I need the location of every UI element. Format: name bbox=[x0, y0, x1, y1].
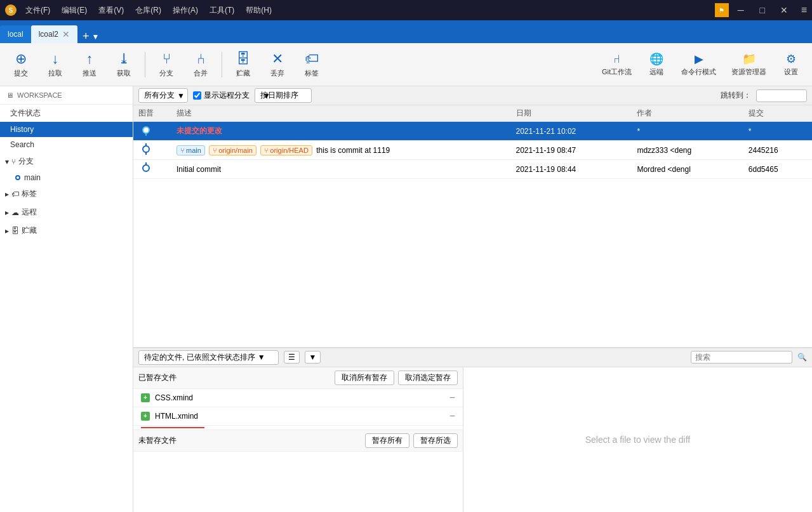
toolbar-pull[interactable]: ↓ 拉取 bbox=[39, 48, 71, 81]
origin-head-icon: ⑂ bbox=[264, 147, 269, 154]
tab-close-icon[interactable]: ✕ bbox=[62, 29, 70, 39]
sidebar-stash-section[interactable]: ▸ 🗄 贮藏 bbox=[0, 221, 133, 240]
toolbar-discard[interactable]: ✕ 丢弃 bbox=[262, 48, 293, 81]
toolbar-fetch[interactable]: ⤓ 获取 bbox=[108, 48, 140, 81]
toolbar-explorer[interactable]: 📁 资源管理器 bbox=[725, 49, 773, 79]
svg-point-0 bbox=[143, 127, 149, 133]
menu-tools[interactable]: 工具(T) bbox=[204, 4, 239, 17]
toolbar-commit[interactable]: ⊕ 提交 bbox=[5, 48, 37, 81]
tags-label: 标签 bbox=[22, 188, 37, 199]
table-row[interactable]: 未提交的更改 2021-11-21 10:02 * * bbox=[133, 122, 812, 141]
graph-cell bbox=[133, 122, 171, 141]
titlebar: S 文件(F) 编辑(E) 查看(V) 仓库(R) 操作(A) 工具(T) 帮助… bbox=[0, 0, 812, 20]
show-remote-label: 显示远程分支 bbox=[204, 90, 250, 101]
table-row[interactable]: ⑂ main ⑂ origin/main ⑂ origin/HEAD bbox=[133, 141, 812, 160]
sidebar-tags-section[interactable]: ▸ 🏷 标签 bbox=[0, 185, 133, 203]
branch-badge-origin-head: ⑂ origin/HEAD bbox=[260, 145, 312, 155]
search-icon: 🔍 bbox=[797, 353, 807, 362]
sidebar-item-filestatus[interactable]: 文件状态 bbox=[0, 105, 133, 122]
commit-desc-cell: Initial commit bbox=[171, 160, 511, 179]
stash-section-label: 贮藏 bbox=[22, 225, 37, 236]
pull-icon: ↓ bbox=[52, 51, 59, 67]
hamburger-icon[interactable]: ≡ bbox=[801, 4, 807, 16]
commit-label: 提交 bbox=[14, 69, 28, 78]
push-label: 推送 bbox=[83, 69, 97, 78]
menu-repo[interactable]: 仓库(R) bbox=[130, 4, 166, 17]
toolbar-terminal[interactable]: ▶ 命令行模式 bbox=[675, 49, 722, 79]
unstage-file-button[interactable]: − bbox=[449, 392, 455, 404]
goto-label: 跳转到： bbox=[721, 90, 751, 101]
table-row[interactable]: Initial commit 2021-11-19 08:44 Mordred … bbox=[133, 160, 812, 179]
chevron-right-icon: ▸ bbox=[5, 190, 9, 199]
tab-lcoal2[interactable]: lcoal2 ✕ bbox=[31, 25, 77, 43]
toolbar-merge[interactable]: ⑃ 合并 bbox=[185, 48, 216, 81]
main-branch-label: main bbox=[24, 173, 41, 182]
staged-file-row[interactable]: + CSS.xmind − bbox=[133, 389, 463, 407]
tab-local[interactable]: local bbox=[0, 25, 31, 43]
table-header-row: 图普 描述 日期 作者 提交 bbox=[133, 105, 812, 122]
uncommitted-label: 未提交的更改 bbox=[176, 126, 222, 135]
menu-file[interactable]: 文件(F) bbox=[20, 4, 55, 17]
menu-edit[interactable]: 编辑(E) bbox=[57, 4, 92, 17]
merge-label: 合并 bbox=[194, 69, 208, 78]
stash-label: 贮藏 bbox=[236, 69, 250, 78]
stash-view-btn[interactable]: ☰ bbox=[284, 351, 300, 364]
flag-icon: ⚑ bbox=[715, 3, 729, 17]
toolbar-branch[interactable]: ⑂ 分支 bbox=[150, 48, 182, 81]
stash-section-icon: 🗄 bbox=[11, 226, 19, 235]
show-remote-checkbox[interactable] bbox=[193, 91, 201, 100]
file-add-icon: + bbox=[141, 393, 150, 402]
branch-filter-dropdown[interactable]: 所有分支 ▼ bbox=[138, 88, 188, 103]
sidebar-remote-section[interactable]: ▸ ☁ 远程 bbox=[0, 203, 133, 221]
sidebar-branches-section[interactable]: ▾ ⑂ 分支 bbox=[0, 152, 133, 171]
unstash-all-button[interactable]: 取消所有暂存 bbox=[335, 371, 394, 385]
toolbar-remote[interactable]: 🌐 远端 bbox=[641, 49, 672, 79]
terminal-icon: ▶ bbox=[695, 52, 703, 66]
history-toolbar: 所有分支 ▼ 显示远程分支 按日期排序 ▼ 跳转到： bbox=[133, 86, 812, 105]
minimize-button[interactable]: ─ bbox=[731, 4, 750, 16]
sidebar-item-search[interactable]: Search bbox=[0, 137, 133, 152]
branch-badge-main: ⑂ main bbox=[176, 145, 205, 155]
sidebar-item-history[interactable]: History bbox=[0, 122, 133, 137]
unstaged-header-buttons: 暂存所有 暂存所选 bbox=[365, 433, 458, 448]
commit-date-cell: 2021-11-19 08:47 bbox=[511, 141, 632, 160]
commit-desc-text: this is commit at 1119 bbox=[316, 146, 390, 155]
col-graph: 图普 bbox=[133, 105, 171, 122]
toolbar-gitflow[interactable]: ⑁ Git工作流 bbox=[596, 50, 638, 79]
tab-add-dropdown-icon: ▼ bbox=[92, 32, 100, 41]
show-remote-checkbox-label[interactable]: 显示远程分支 bbox=[193, 90, 250, 101]
col-hash: 提交 bbox=[743, 105, 812, 122]
stash-filter-arrow-icon: ▼ bbox=[258, 353, 265, 362]
stash-search-input[interactable] bbox=[691, 351, 792, 364]
stage-selected-button[interactable]: 暂存所选 bbox=[413, 433, 458, 448]
stage-all-button[interactable]: 暂存所有 bbox=[365, 433, 409, 448]
merge-icon: ⑃ bbox=[197, 51, 205, 67]
maximize-button[interactable]: □ bbox=[753, 4, 772, 16]
unstash-selected-button[interactable]: 取消选定暂存 bbox=[398, 371, 458, 385]
commit-author-cell: Mordred <dengl bbox=[632, 160, 743, 179]
titlebar-left: S 文件(F) 编辑(E) 查看(V) 仓库(R) 操作(A) 工具(T) 帮助… bbox=[5, 4, 277, 17]
toolbar-settings[interactable]: ⚙ 设置 bbox=[775, 49, 807, 79]
terminal-label: 命令行模式 bbox=[681, 67, 716, 77]
staged-file-row[interactable]: + HTML.xmind − bbox=[133, 407, 463, 426]
stash-sort-btn[interactable]: ▼ bbox=[305, 351, 321, 364]
unstage-file-button[interactable]: − bbox=[449, 410, 455, 422]
sort-dropdown[interactable]: 按日期排序 ▼ bbox=[255, 88, 312, 103]
stash-content: 已暂存文件 取消所有暂存 取消选定暂存 + CSS.xmind − + bbox=[133, 367, 812, 512]
branch-label: 分支 bbox=[159, 69, 173, 78]
cloud-icon: ☁ bbox=[11, 208, 19, 217]
fetch-icon: ⤓ bbox=[118, 51, 130, 67]
menu-help[interactable]: 帮助(H) bbox=[241, 4, 277, 17]
chevron-right-icon2: ▸ bbox=[5, 208, 9, 217]
toolbar-push[interactable]: ↑ 推送 bbox=[74, 48, 105, 81]
stash-filter-dropdown[interactable]: 待定的文件, 已依照文件状态排序 ▼ bbox=[138, 350, 279, 365]
goto-input[interactable] bbox=[756, 89, 807, 102]
menu-view[interactable]: 查看(V) bbox=[93, 4, 129, 17]
toolbar-tag[interactable]: 🏷 标签 bbox=[296, 48, 328, 81]
sort-arrow-icon: ▼ bbox=[263, 91, 270, 100]
menu-action[interactable]: 操作(A) bbox=[168, 4, 203, 17]
tab-add-button[interactable]: + ▼ bbox=[77, 30, 104, 43]
close-button[interactable]: ✕ bbox=[775, 4, 794, 16]
sidebar-branch-main[interactable]: main bbox=[0, 171, 133, 185]
toolbar-stash[interactable]: 🗄 贮藏 bbox=[227, 48, 259, 81]
